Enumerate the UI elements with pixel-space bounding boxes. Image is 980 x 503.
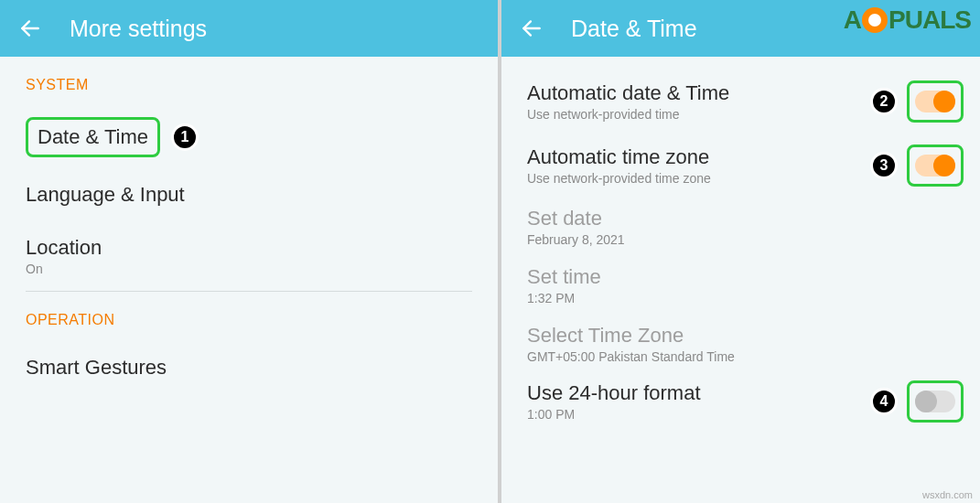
set-date-sub: February 8, 2021 [527,232,954,247]
more-settings-panel: More settings SYSTEM Date & Time 1 Langu… [0,0,498,503]
location-row[interactable]: Location On [0,221,498,291]
back-button-left[interactable] [18,16,42,40]
appuals-logo: A PUALS [844,5,971,35]
logo-circle-icon [862,7,888,33]
set-time-row: Set time 1:32 PM [501,256,980,315]
logo-text-a: A [844,5,861,35]
select-zone-label: Select Time Zone [527,324,954,348]
auto-date-sub: Use network-provided time [527,107,870,122]
section-header-operation: OPERATION [0,292,498,341]
smart-gestures-row[interactable]: Smart Gestures [0,341,498,394]
select-zone-sub: GMT+05:00 Pakistan Standard Time [527,349,954,364]
highlight-toggle-auto-date [907,80,964,123]
language-input-label: Language & Input [26,183,472,207]
date-time-label: Date & Time [38,125,148,148]
location-label: Location [26,236,472,260]
auto-date-toggle[interactable] [915,91,955,112]
highlight-toggle-24h [907,380,964,423]
language-input-row[interactable]: Language & Input [0,168,498,221]
use-24h-label: Use 24-hour format [527,381,870,405]
page-title-left: More settings [70,16,207,42]
auto-date-label: Automatic date & Time [527,81,870,105]
step-badge-1: 1 [171,123,199,151]
set-date-row: Set date February 8, 2021 [501,198,980,256]
auto-zone-sub: Use network-provided time zone [527,171,870,186]
set-time-sub: 1:32 PM [527,291,954,305]
section-header-system: SYSTEM [0,57,498,106]
step-badge-3: 3 [870,152,898,179]
page-title-right: Date & Time [571,16,697,42]
date-time-panel: Date & Time A PUALS Automatic date & Tim… [501,0,980,503]
settings-list-right: Automatic date & Time Use network-provid… [501,57,980,433]
use-24h-toggle[interactable] [915,391,955,412]
arrow-back-icon [520,16,544,40]
step-badge-4: 4 [870,388,898,415]
date-time-row[interactable]: Date & Time 1 [0,106,498,168]
use-24h-sub: 1:00 PM [527,407,870,422]
highlight-date-time: Date & Time [26,117,160,157]
logo-text-puals: PUALS [888,5,971,35]
set-date-label: Set date [527,207,954,230]
select-zone-row: Select Time Zone GMT+05:00 Pakistan Stan… [501,315,980,373]
smart-gestures-label: Smart Gestures [26,356,472,380]
settings-list-left: SYSTEM Date & Time 1 Language & Input Lo… [0,57,498,394]
app-bar-left: More settings [0,0,498,57]
auto-zone-row[interactable]: Automatic time zone Use network-provided… [501,134,980,198]
auto-date-row[interactable]: Automatic date & Time Use network-provid… [501,70,980,134]
watermark: wsxdn.com [922,489,973,500]
step-badge-2: 2 [870,88,898,115]
auto-zone-toggle[interactable] [915,155,955,177]
use-24h-row[interactable]: Use 24-hour format 1:00 PM 4 [501,373,980,433]
set-time-label: Set time [527,265,954,289]
location-status: On [26,262,472,276]
back-button-right[interactable] [520,16,544,40]
highlight-toggle-auto-zone [907,144,964,187]
auto-zone-label: Automatic time zone [527,145,870,169]
arrow-back-icon [18,16,42,40]
